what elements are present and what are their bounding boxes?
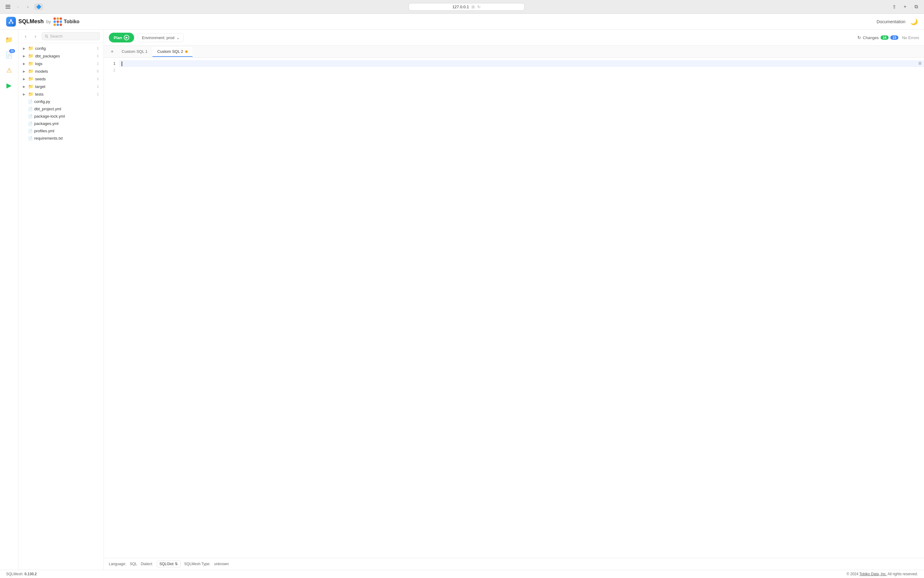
svg-rect-0 — [5, 5, 10, 5]
changes-button[interactable]: ↻ Changes 24 23 — [857, 35, 899, 40]
reader-icon: ⊞ — [471, 5, 475, 9]
editor-area[interactable]: 1 2 ≡ — [104, 58, 924, 558]
main-layout: 📁 📄 23 ⚠ ▶ ‹ › ▶ — [0, 30, 924, 570]
file-tree: ▶ 📁 config 1 ▶ 📁 dbt_packages 1 ▶ 📁 logs… — [18, 43, 104, 570]
back-btn[interactable]: ‹ — [14, 3, 22, 11]
app-header-right: Documentation 🌙 — [877, 18, 918, 25]
explorer-back-btn[interactable]: ‹ — [22, 33, 29, 40]
file-explorer: ‹ › ▶ 📁 config 1 ▶ 📁 dbt_packages — [18, 30, 104, 570]
folder-name: logs — [35, 62, 95, 66]
app-name: SQLMesh — [18, 18, 44, 25]
chevron-down-icon: ⌄ — [176, 36, 180, 40]
sidebar-icon-editor[interactable]: 📄 23 — [3, 49, 16, 62]
share-btn[interactable]: ⇧ — [890, 2, 898, 11]
tab-custom-sql-2[interactable]: Custom SQL 2 — [153, 47, 193, 57]
url-text: 127.0.0.1 — [452, 5, 469, 9]
file-profiles-yml[interactable]: 📄 profiles.yml — [19, 127, 102, 135]
sqlmesh-type-value: unknown — [214, 562, 229, 566]
line-number-2: 2 — [104, 67, 119, 74]
file-icon: 📄 — [28, 114, 32, 119]
sidebar-icon-run[interactable]: ▶ — [3, 79, 16, 92]
folder-name: dbt_packages — [35, 54, 95, 58]
address-bar[interactable]: 127.0.0.1 ⊞ ↻ — [409, 3, 525, 11]
explorer-forward-btn[interactable]: › — [32, 33, 39, 40]
version-value: 0.130.2 — [24, 572, 37, 576]
company-link[interactable]: Tobiko Data, Inc. — [859, 572, 887, 576]
version-prefix: SQLMesh: — [6, 572, 24, 576]
file-packages-yml[interactable]: 📄 packages.yml — [19, 120, 102, 127]
file-icon: 📄 — [28, 122, 32, 126]
content-toolbar: Plan ▶ Environment: prod ⌄ ↻ Changes 24 … — [104, 30, 924, 46]
folder-target[interactable]: ▶ 📁 target 1 — [19, 83, 102, 90]
editor-badge: 23 — [9, 49, 15, 53]
svg-line-6 — [10, 21, 11, 22]
file-package-lock-yml[interactable]: 📄 package-lock.yml — [19, 113, 102, 120]
sidebar-icon-warnings[interactable]: ⚠ — [3, 64, 16, 77]
code-line-1 — [119, 60, 924, 67]
folder-icon: 📁 — [28, 92, 33, 97]
search-box[interactable] — [42, 32, 100, 40]
file-dbt-project-yml[interactable]: 📄 dbt_project.yml — [19, 106, 102, 112]
sidebar-toggle-btn[interactable] — [4, 4, 12, 10]
browser-actions: ⇧ + ⧉ — [890, 2, 920, 11]
text-cursor — [122, 62, 122, 66]
folder-icon: 📁 — [28, 46, 33, 51]
folder-count: 1 — [97, 84, 99, 88]
by-label: by — [46, 19, 51, 24]
reload-icon[interactable]: ↻ — [477, 5, 481, 9]
file-icon: 📄 — [28, 129, 32, 133]
new-tab-btn[interactable]: + — [901, 2, 909, 11]
files-icon: 📁 — [5, 36, 13, 43]
folder-icon: 📁 — [28, 61, 33, 66]
tobiko-dots-icon — [54, 18, 62, 26]
svg-point-8 — [45, 35, 47, 37]
environment-selector[interactable]: Environment: prod ⌄ — [138, 33, 184, 42]
plan-button[interactable]: Plan ▶ — [109, 33, 134, 42]
chevron-right-icon: ▶ — [22, 47, 26, 50]
folder-count: 1 — [97, 46, 99, 50]
chevron-right-icon: ▶ — [22, 93, 26, 96]
editor-menu-btn[interactable]: ≡ — [918, 60, 922, 67]
browser-favicon: 🔷 — [36, 4, 41, 9]
file-icon: 📄 — [28, 107, 32, 111]
file-name: packages.yml — [34, 121, 99, 126]
changes-badge-blue: 23 — [890, 36, 898, 40]
add-tab-button[interactable]: + — [107, 46, 117, 57]
chevron-updown-icon: ⇅ — [175, 562, 178, 566]
chevron-right-icon: ▶ — [22, 77, 26, 81]
folder-name: config — [35, 46, 95, 51]
svg-point-3 — [10, 19, 12, 21]
plan-label: Plan — [114, 36, 122, 40]
file-config-py[interactable]: 📄 config.py — [19, 98, 102, 105]
search-input[interactable] — [50, 34, 97, 39]
dialect-selector[interactable]: SQLGlot ⇅ — [157, 560, 180, 567]
folder-count: 1 — [97, 77, 99, 81]
folder-seeds[interactable]: ▶ 📁 seeds 1 — [19, 75, 102, 83]
dialect-value: SQLGlot — [159, 562, 174, 566]
footer-right: © 2024 Tobiko Data, Inc. All rights rese… — [847, 572, 918, 576]
app-header: SQLMesh by Tobiko Documentation 🌙 — [0, 14, 924, 30]
svg-line-9 — [47, 37, 48, 37]
tab-overview-btn[interactable]: ⧉ — [912, 2, 920, 11]
folder-dbt-packages[interactable]: ▶ 📁 dbt_packages 1 — [19, 52, 102, 60]
tab-label: Custom SQL 2 — [158, 49, 184, 54]
svg-rect-2 — [5, 8, 10, 8]
documentation-link[interactable]: Documentation — [877, 19, 905, 24]
folder-count: 1 — [97, 62, 99, 65]
folder-logs[interactable]: ▶ 📁 logs 1 — [19, 60, 102, 67]
folder-icon: 📁 — [28, 69, 33, 74]
rights-text: All rights reserved. — [888, 572, 918, 576]
refresh-icon: ↻ — [857, 35, 861, 40]
theme-toggle-btn[interactable]: 🌙 — [910, 18, 918, 25]
sidebar-icon-files[interactable]: 📁 — [3, 33, 16, 46]
folder-models[interactable]: ▶ 📁 models 5 — [19, 68, 102, 75]
folder-config[interactable]: ▶ 📁 config 1 — [19, 45, 102, 52]
file-explorer-toolbar: ‹ › — [18, 30, 104, 43]
editor-content[interactable] — [119, 58, 924, 558]
tab-custom-sql-1[interactable]: Custom SQL 1 — [117, 47, 153, 57]
line-number-1: 1 — [104, 60, 119, 67]
file-requirements-txt[interactable]: 📄 requirements.txt — [19, 135, 102, 142]
folder-tests[interactable]: ▶ 📁 tests 1 — [19, 91, 102, 98]
forward-btn[interactable]: › — [24, 3, 32, 11]
folder-icon: 📁 — [28, 76, 33, 81]
